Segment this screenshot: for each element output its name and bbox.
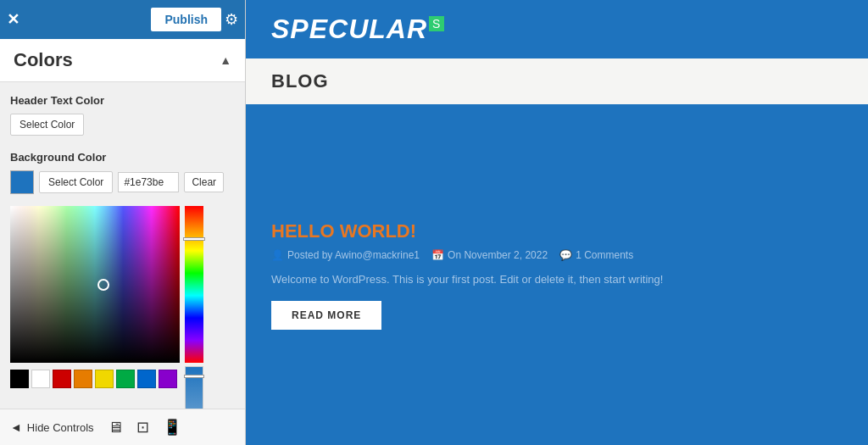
color-swatch[interactable]: [116, 370, 135, 388]
opacity-indicator: [184, 375, 204, 378]
hue-indicator: [183, 237, 205, 241]
scroll-up-icon[interactable]: ▲: [220, 53, 231, 67]
post-meta: 👤 Posted by Awino@mackrine1 📅 On Novembe…: [271, 249, 843, 261]
site-title: SPECULARS: [271, 14, 444, 45]
background-color-label: Background Color: [10, 151, 235, 164]
post-date: On November 2, 2022: [448, 249, 548, 261]
panel-content: Header Text Color Select Color Backgroun…: [0, 82, 245, 409]
publish-area: Publish ⚙: [151, 8, 238, 31]
color-swatch[interactable]: [95, 370, 114, 388]
right-panel: SPECULARS BLOG HELLO WORLD! 👤 Posted by …: [246, 0, 868, 445]
site-header: SPECULARS: [246, 0, 868, 58]
color-picker-container[interactable]: [10, 206, 235, 409]
left-panel: ✕ Publish ⚙ Colors ▲ Header Text Color S…: [0, 0, 246, 445]
hue-slider[interactable]: [185, 206, 203, 363]
date-icon: 📅: [431, 249, 444, 261]
publish-button[interactable]: Publish: [151, 8, 221, 31]
tablet-view-button[interactable]: ⊡: [136, 418, 149, 437]
content-area: HELLO WORLD! 👤 Posted by Awino@mackrine1…: [246, 104, 868, 445]
hue-slider-container: [185, 206, 203, 409]
color-swatch[interactable]: [74, 370, 92, 388]
header-text-color-label: Header Text Color: [10, 94, 235, 107]
color-swatch[interactable]: [159, 370, 177, 388]
hide-controls-label: Hide Controls: [27, 421, 94, 434]
color-swatch[interactable]: [53, 370, 71, 388]
close-button[interactable]: ✕: [7, 10, 19, 29]
color-swatch[interactable]: [10, 370, 29, 388]
blog-heading: BLOG: [271, 70, 843, 92]
color-swatch[interactable]: [31, 370, 50, 388]
bg-color-swatch-button[interactable]: [10, 170, 34, 194]
mobile-view-button[interactable]: 📱: [163, 418, 181, 437]
bottom-bar: ◄ Hide Controls 🖥 ⊡ 📱: [0, 409, 245, 445]
author-icon: 👤: [271, 249, 284, 261]
site-title-text: SPECULAR: [271, 14, 427, 44]
colors-title: Colors: [14, 49, 73, 71]
bg-select-color-button[interactable]: Select Color: [39, 171, 113, 193]
comments-icon: 💬: [559, 249, 572, 261]
site-title-super: S: [429, 16, 444, 31]
clear-button[interactable]: Clear: [184, 172, 224, 192]
post-author: Posted by Awino@mackrine1: [287, 249, 420, 261]
header-text-color-select-button[interactable]: Select Color: [10, 114, 84, 136]
color-gradient[interactable]: [10, 206, 180, 363]
bg-color-row: Select Color Clear: [10, 170, 235, 194]
desktop-view-button[interactable]: 🖥: [108, 419, 123, 437]
blog-bar: BLOG: [246, 58, 868, 104]
gradient-value: [10, 206, 180, 363]
post-comments-meta: 💬 1 Comments: [559, 249, 633, 261]
opacity-slider[interactable]: [185, 366, 203, 409]
hide-controls-button[interactable]: ◄ Hide Controls: [10, 420, 94, 434]
post-comments: 1 Comments: [576, 249, 633, 261]
post-title: HELLO WORLD!: [271, 220, 843, 242]
post-excerpt: Welcome to WordPress. This is your first…: [271, 273, 843, 286]
hex-input[interactable]: [118, 172, 179, 192]
colors-header: Colors ▲: [0, 39, 245, 82]
read-more-button[interactable]: READ MORE: [271, 301, 381, 330]
post-author-meta: 👤 Posted by Awino@mackrine1: [271, 249, 420, 261]
swatches-row: [10, 370, 180, 388]
gear-button[interactable]: ⚙: [225, 10, 238, 29]
top-bar: ✕ Publish ⚙: [0, 0, 245, 39]
hide-controls-arrow-icon: ◄: [10, 420, 22, 434]
header-text-color-section: Header Text Color Select Color: [10, 94, 235, 136]
background-color-section: Background Color Select Color Clear: [10, 151, 235, 194]
post-date-meta: 📅 On November 2, 2022: [431, 249, 548, 261]
color-swatch[interactable]: [137, 370, 156, 388]
